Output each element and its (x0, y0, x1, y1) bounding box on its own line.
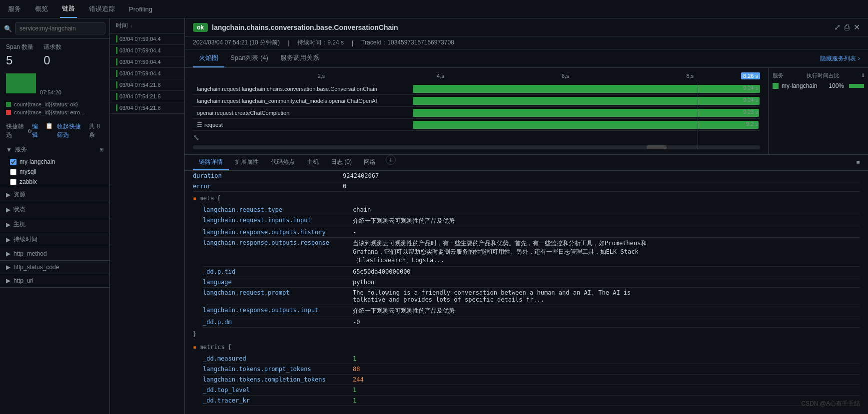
service-zabbix[interactable]: zabbix (0, 177, 109, 187)
meta-separator-2: | (352, 39, 353, 46)
trace-item-4[interactable]: 03/04 07:59:04.4 (110, 68, 184, 79)
chevron-right-icon7: ▶ (6, 277, 10, 284)
host-filter-toggle[interactable]: ▶ 主机 (0, 217, 109, 232)
close-button[interactable]: ✕ (854, 22, 860, 32)
quick-filter-label: 快捷筛选 (6, 122, 24, 139)
meta-inputs-input-val: 介绍一下观测云可观测性的产品及优势 (353, 217, 860, 225)
meta-outputs-input-val: 介绍一下观测云可观测性的产品及优势 (353, 307, 860, 315)
service-mysqli-checkbox[interactable] (10, 169, 16, 175)
tab-logs[interactable]: 日志 (0) (325, 155, 358, 170)
trace-item-5[interactable]: 03/04 07:54:21.6 (110, 79, 184, 91)
trace-item-6[interactable]: 03/04 07:54:21.6 (110, 91, 184, 102)
service-mysqli-label: mysqli (19, 168, 36, 175)
settings-icon[interactable]: ⚙ (27, 128, 32, 134)
tab-flame-graph[interactable]: 火焰图 (193, 49, 224, 67)
status-filter-toggle[interactable]: ▶ 状态 (0, 202, 109, 217)
service-mysqli[interactable]: mysqli (0, 167, 109, 177)
nav-overview[interactable]: 概览 (33, 0, 50, 17)
timeline-mark-2s: 2,s (318, 73, 325, 79)
http-url-filter-toggle[interactable]: ▶ http_url (0, 274, 109, 287)
flame-row-2[interactable]: langchain.request langchain_community.ch… (193, 95, 760, 107)
span-count-label: Span 数量 (6, 43, 33, 51)
meta-dd-p-tid-row: _dd.p.tid 65e50da400000000 (203, 267, 860, 277)
attr-duration-key: duration (193, 172, 343, 179)
trace-bar-1 (116, 35, 117, 42)
quick-filter-header: 快捷筛选 ⚙ 编辑 📋 收起快捷筛选 共 8 条 (0, 119, 109, 142)
meta-trace-id: TraceId：10345973157156973708 (361, 38, 454, 47)
http-status-label: http_status_code (13, 264, 59, 271)
metrics-dd-measured-row: _dd.measured 1 (203, 354, 860, 364)
trace-item-7[interactable]: 03/04 07:54:21.6 (110, 102, 184, 114)
service-my-langchain-checkbox[interactable] (10, 159, 16, 165)
detail-content: duration 9242402067 error 0 ▪ meta { (185, 171, 868, 414)
service-my-langchain-label: my-langchain (19, 158, 55, 165)
tab-host[interactable]: 主机 (301, 155, 325, 170)
tab-code-hotspots[interactable]: 代码热点 (265, 155, 301, 170)
collapse-label[interactable]: 收起快捷筛选 (57, 122, 85, 139)
flame-row-4-duration: 9.2 s (746, 121, 758, 127)
trace-item-3[interactable]: 03/04 07:59:04.4 (110, 56, 184, 68)
attr-duration-row: duration 9242402067 (193, 171, 860, 181)
http-status-filter-toggle[interactable]: ▶ http_status_code (0, 261, 109, 274)
flame-row-2-label: langchain.request langchain_community.ch… (193, 98, 413, 104)
add-tab-button[interactable]: + (386, 155, 396, 165)
expand-icon-row4[interactable]: ☰ (197, 121, 202, 128)
scrollbar-area[interactable] (193, 145, 760, 149)
tab-span-list[interactable]: Span列表 (4) (224, 49, 274, 67)
trace-bar-5 (116, 81, 117, 88)
meta-section-header[interactable]: ▪ meta { (193, 192, 860, 205)
flame-row-3[interactable]: openai.request createChatCompletion 9.23… (193, 107, 760, 119)
chevron-right-icon2: ▶ (6, 206, 10, 213)
meta-fields: langchain.request.type chain langchain.r… (193, 205, 860, 328)
duration-filter-toggle[interactable]: ▶ 持续时间 (0, 232, 109, 247)
filter-icon[interactable]: ⊞ (99, 147, 103, 152)
hide-services-button[interactable]: 隐藏服务列表 › (820, 54, 860, 63)
right-panel: ok langchain.chains.conversation.base.Co… (185, 18, 868, 414)
expand-button[interactable]: ⤢ (834, 22, 841, 32)
search-input[interactable] (15, 22, 105, 34)
ok-badge: ok (193, 23, 208, 32)
request-count-label: 请求数 (43, 43, 61, 51)
search-icon: 🔍 (4, 25, 12, 32)
http-method-label: http_method (13, 250, 47, 257)
sort-icon[interactable]: ↓ (130, 23, 132, 28)
resources-filter-toggle[interactable]: ▶ 资源 (0, 187, 109, 202)
http-method-filter-toggle[interactable]: ▶ http_method (0, 247, 109, 260)
info-icon: ℹ (862, 72, 864, 79)
nav-errors[interactable]: 错误追踪 (87, 0, 117, 17)
trace-item-1[interactable]: 03/04 07:59:04.4 (110, 33, 184, 45)
flame-bar-2 (413, 97, 760, 105)
tab-network[interactable]: 网络 (358, 155, 382, 170)
time-pct-col-label: 执行时间占比 (807, 72, 840, 79)
minus-icon-meta: ▪ (193, 195, 196, 202)
nav-profiling[interactable]: Profiling (127, 1, 154, 17)
expand-icon[interactable]: ⤡ (193, 133, 199, 142)
mini-chart: 07:54:20 (0, 71, 109, 99)
edit-button[interactable]: 编辑 (32, 122, 41, 139)
service-my-langchain[interactable]: my-langchain (0, 157, 109, 167)
duration-filter-section: ▶ 持续时间 (0, 232, 109, 247)
service-filter-toggle[interactable]: ▼ 服务 ⊞ (0, 142, 109, 157)
flame-row-1[interactable]: langchain.request langchain.chains.conve… (193, 83, 760, 95)
service-filter-section: ▼ 服务 ⊞ my-langchain mysqli zabbix (0, 142, 109, 187)
flame-row-4[interactable]: ☰ request 9.2 s (193, 119, 760, 131)
meta-dd-p-tid-key: _dd.p.tid (203, 268, 353, 275)
trace-bar-6 (116, 93, 117, 100)
nav-traces[interactable]: 链路 (60, 0, 77, 18)
scrollbar-thumb[interactable] (647, 145, 667, 149)
nav-services[interactable]: 服务 (6, 0, 23, 17)
span-count-value: 5 (6, 53, 33, 67)
timeline-mark-4s: 4,s (437, 73, 444, 79)
metrics-section-header[interactable]: ▪ metrics { (193, 341, 860, 354)
service-zabbix-checkbox[interactable] (10, 179, 16, 185)
legend-ok-label: count{trace_id}{status: ok} (14, 101, 78, 107)
tab-extended-attrs[interactable]: 扩展属性 (229, 155, 265, 170)
attr-error-row: error 0 (193, 181, 860, 192)
export-button[interactable]: ⎙ (845, 22, 850, 32)
tab-trace-details[interactable]: 链路详情 (193, 155, 229, 170)
metrics-fields: _dd.measured 1 langchain.tokens.prompt_t… (193, 354, 860, 406)
trace-item-2[interactable]: 03/04 07:59:04.4 (110, 45, 184, 56)
tab-service-call[interactable]: 服务调用关系 (274, 49, 325, 67)
collapse-icon[interactable]: ≡ (856, 155, 860, 170)
chevron-right-icon4: ▶ (6, 236, 10, 243)
